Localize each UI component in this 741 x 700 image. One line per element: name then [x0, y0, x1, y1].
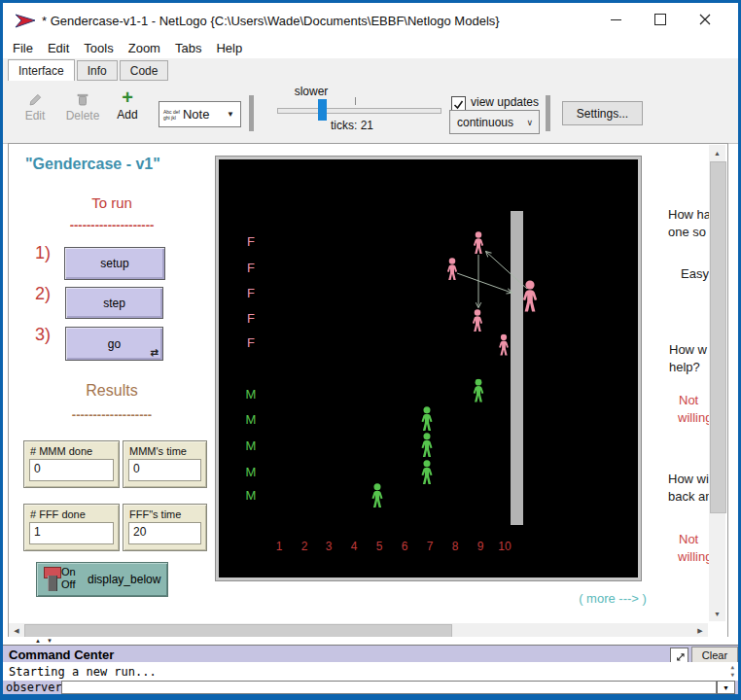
output-scroll-arrows[interactable]: ▲ ▼: [730, 663, 734, 679]
more-note: ( more ---> ): [554, 591, 671, 606]
link-line: [457, 273, 512, 293]
widget-type-value: Note: [183, 107, 227, 122]
tab-bar: InterfaceInfoCode: [3, 58, 738, 81]
dropdown-arrow-icon: ▼: [227, 110, 240, 119]
step-number-2: 2): [35, 284, 51, 304]
menu-item-tabs[interactable]: Tabs: [175, 41, 201, 55]
splitter-up-icon[interactable]: ▲: [35, 638, 41, 644]
go-button-label: go: [108, 337, 121, 351]
close-button[interactable]: [688, 3, 723, 36]
monitor-label: # FFF done: [24, 505, 119, 522]
axis-number: 8: [452, 540, 459, 553]
brown-dashes-note: -------------------: [19, 407, 204, 422]
edit-label: Edit: [25, 109, 46, 122]
male-row-label: M: [246, 488, 257, 503]
window-border-left: [0, 0, 3, 700]
command-center-splitter[interactable]: ▲ ▼: [3, 637, 738, 645]
command-input-row: observer> ▼: [3, 681, 738, 694]
monitor-value: 20: [128, 522, 201, 544]
menu-item-zoom[interactable]: Zoom: [128, 41, 160, 55]
monitor-fff-done: # FFF done 1: [23, 504, 120, 551]
scroll-left-icon[interactable]: ◀: [9, 623, 24, 638]
male-row-label: M: [246, 465, 257, 479]
scroll-up-icon[interactable]: ▲: [709, 145, 725, 160]
monitor-mmm-time: MMM's time 0: [123, 440, 207, 488]
splitter-down-icon[interactable]: ▼: [47, 638, 53, 644]
add-label: Add: [117, 108, 137, 122]
command-output-text: Starting a new run...: [9, 665, 157, 679]
axis-number: 10: [498, 540, 512, 553]
axis-number: 3: [326, 540, 333, 553]
axis-number: 5: [376, 540, 383, 553]
output-scroll-up-icon[interactable]: ▲: [730, 663, 734, 671]
monitor-value: 0: [128, 459, 201, 481]
delete-button[interactable]: Delete: [61, 92, 104, 122]
step-number-3: 3): [35, 325, 51, 345]
tab-info[interactable]: Info: [77, 60, 118, 81]
toolbar: Edit Delete + Add Abc def ghi jkl Note ▼…: [3, 81, 738, 144]
observer-prompt: observer>: [3, 681, 69, 694]
command-output: Starting a new run... ▲ ▼: [3, 662, 738, 682]
output-scroll-down-icon[interactable]: ▼: [730, 671, 734, 679]
view-updates-checkbox[interactable]: [451, 96, 466, 111]
note-text: How w: [669, 342, 707, 357]
female-row-label: F: [247, 286, 255, 300]
select-chevron-icon: ∨: [526, 118, 539, 127]
male-row-label: M: [246, 387, 257, 402]
menu-item-tools[interactable]: Tools: [84, 41, 113, 55]
female-row-label: F: [247, 261, 255, 275]
person-figure-female: [473, 309, 482, 332]
horizontal-scrollbar[interactable]: ◀ ▶: [9, 623, 708, 638]
person-figure-female: [499, 334, 509, 356]
to-run-heading: To run: [19, 194, 204, 211]
command-center-title: Command Center: [3, 648, 114, 662]
menu-item-file[interactable]: File: [13, 41, 33, 55]
display-below-switch[interactable]: On Off display_below: [36, 562, 168, 597]
speed-slider-handle[interactable]: [318, 99, 327, 121]
monitor-value: 0: [29, 459, 114, 481]
results-heading: Results: [19, 382, 204, 400]
edit-button[interactable]: Edit: [18, 92, 53, 122]
maximize-button[interactable]: [643, 3, 678, 36]
monitor-label: # MMM done: [24, 441, 119, 459]
clear-button[interactable]: Clear: [691, 647, 738, 663]
history-dropdown-icon: ▼: [723, 684, 729, 691]
setup-button[interactable]: setup: [64, 247, 165, 280]
speed-slider-track[interactable]: [277, 108, 441, 114]
vertical-scroll-thumb[interactable]: [710, 161, 726, 513]
settings-button[interactable]: Settings...: [562, 101, 643, 125]
toolbar-separator: [249, 95, 254, 131]
person-figure-female: [474, 231, 483, 254]
world-canvas: FFFFFMMMMM12345678910: [219, 159, 638, 578]
scroll-right-icon[interactable]: ▶: [692, 623, 708, 638]
female-row-label: F: [247, 335, 255, 350]
tab-code[interactable]: Code: [120, 60, 169, 81]
menu-item-help[interactable]: Help: [216, 41, 242, 55]
speed-slider-label: slower: [275, 85, 347, 98]
netlogo-logo-icon: [15, 12, 36, 29]
monitor-mmm-done: # MMM done 0: [23, 440, 120, 488]
scroll-down-icon[interactable]: ▼: [709, 606, 725, 621]
step-button[interactable]: step: [65, 287, 163, 319]
wall-bar: [511, 211, 523, 525]
tab-interface[interactable]: Interface: [8, 59, 75, 81]
step-number-1: 1): [35, 243, 51, 263]
axis-number: 1: [276, 540, 283, 553]
expand-command-center-button[interactable]: [670, 648, 688, 663]
note-text: How wi: [668, 472, 709, 486]
person-figure-male: [421, 433, 432, 457]
update-mode-select[interactable]: continuous ∨: [449, 110, 540, 134]
minimize-button[interactable]: [598, 3, 633, 36]
speed-slider-tick: [355, 97, 356, 105]
go-button[interactable]: go ⇄: [65, 327, 163, 361]
command-input[interactable]: [61, 681, 717, 694]
world-view: FFFFFMMMMM12345678910: [216, 157, 641, 580]
add-button[interactable]: + Add: [110, 88, 145, 122]
command-history-button[interactable]: ▼: [717, 681, 735, 694]
vertical-scrollbar[interactable]: ▲ ▼: [709, 145, 725, 621]
note-text: Not: [679, 532, 698, 546]
switch-name-label: display_below: [88, 573, 160, 586]
menu-item-edit[interactable]: Edit: [48, 41, 69, 55]
widget-type-dropdown[interactable]: Abc def ghi jkl Note ▼: [159, 101, 241, 127]
person-figure-male: [371, 483, 382, 508]
